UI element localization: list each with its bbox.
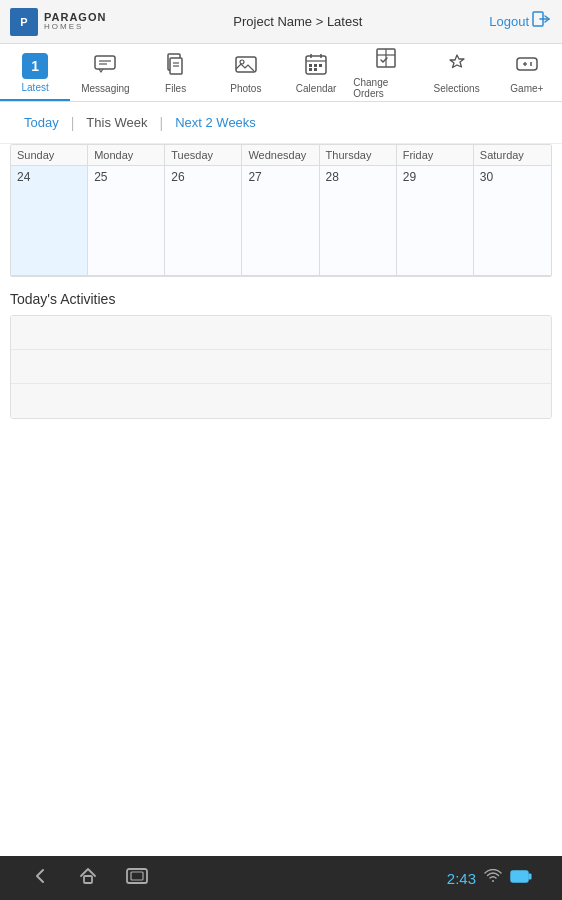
- nav-tabs: 1 Latest Messaging Files: [0, 44, 562, 102]
- cal-header-wed: Wednesday: [242, 145, 319, 166]
- tab-messaging[interactable]: Messaging: [70, 44, 140, 101]
- svg-rect-32: [131, 872, 143, 880]
- calendar-icon: [304, 52, 328, 80]
- tab-calendar-label: Calendar: [296, 83, 337, 94]
- activities-section: Today's Activities: [0, 277, 562, 419]
- logo-sub: HOMES: [44, 23, 106, 32]
- svg-rect-19: [319, 64, 322, 67]
- activities-title: Today's Activities: [10, 291, 552, 307]
- breadcrumb: Project Name > Latest: [106, 14, 489, 29]
- cal-cell-27[interactable]: 27: [242, 166, 319, 276]
- cal-header-fri: Friday: [397, 145, 474, 166]
- battery-icon: [510, 869, 532, 887]
- top-bar: P PARAGON HOMES Project Name > Latest Lo…: [0, 0, 562, 44]
- svg-rect-34: [529, 874, 532, 880]
- svg-rect-17: [309, 64, 312, 67]
- tab-latest-label: Latest: [22, 82, 49, 93]
- tab-selections-label: Selections: [434, 83, 480, 94]
- tab-photos-label: Photos: [230, 83, 261, 94]
- svg-point-29: [530, 64, 532, 66]
- tab-files[interactable]: Files: [141, 44, 211, 101]
- tab-photos[interactable]: Photos: [211, 44, 281, 101]
- cal-cell-26[interactable]: 26: [165, 166, 242, 276]
- wifi-icon: [484, 869, 502, 887]
- svg-rect-20: [309, 68, 312, 71]
- svg-rect-21: [314, 68, 317, 71]
- back-button[interactable]: [30, 866, 50, 890]
- calendar-container: Sunday Monday Tuesday Wednesday Thursday…: [0, 144, 562, 277]
- files-icon: [164, 52, 188, 80]
- logout-label: Logout: [489, 14, 529, 29]
- activities-list: [10, 315, 552, 419]
- photos-icon: [234, 52, 258, 80]
- today-button[interactable]: Today: [12, 110, 71, 135]
- svg-text:P: P: [20, 16, 27, 28]
- svg-rect-33: [511, 871, 528, 882]
- logo-text: PARAGON HOMES: [44, 11, 106, 32]
- time-display: 2:43: [447, 870, 476, 887]
- change-orders-icon: [374, 46, 398, 74]
- cal-cell-24[interactable]: 24: [11, 166, 88, 276]
- status-area: 2:43: [447, 869, 532, 887]
- activity-row-1[interactable]: [11, 316, 551, 350]
- svg-point-12: [240, 60, 244, 64]
- cal-cell-28[interactable]: 28: [320, 166, 397, 276]
- cal-header-tue: Tuesday: [165, 145, 242, 166]
- tab-messaging-label: Messaging: [81, 83, 129, 94]
- logout-icon: [532, 9, 552, 34]
- calendar-body: 24 25 26 27 28 29 30: [11, 166, 551, 276]
- latest-badge: 1: [22, 53, 48, 79]
- tab-game-label: Game+: [510, 83, 543, 94]
- svg-rect-18: [314, 64, 317, 67]
- home-button[interactable]: [78, 866, 98, 890]
- svg-rect-30: [84, 876, 92, 883]
- calendar-header: Sunday Monday Tuesday Wednesday Thursday…: [11, 145, 551, 166]
- cal-cell-29[interactable]: 29: [397, 166, 474, 276]
- svg-rect-31: [127, 869, 147, 883]
- tab-files-label: Files: [165, 83, 186, 94]
- cal-cell-30[interactable]: 30: [474, 166, 551, 276]
- tab-calendar[interactable]: Calendar: [281, 44, 351, 101]
- tab-latest[interactable]: 1 Latest: [0, 44, 70, 101]
- tab-selections[interactable]: Selections: [422, 44, 492, 101]
- cal-cell-25[interactable]: 25: [88, 166, 165, 276]
- game-icon: [515, 52, 539, 80]
- selections-icon: [445, 52, 469, 80]
- this-week-button[interactable]: This Week: [74, 110, 159, 135]
- calendar-grid: Sunday Monday Tuesday Wednesday Thursday…: [10, 144, 552, 277]
- svg-rect-4: [95, 56, 115, 69]
- logout-button[interactable]: Logout: [489, 9, 552, 34]
- tab-game[interactable]: Game+: [492, 44, 562, 101]
- messaging-icon: [93, 52, 117, 80]
- nav-buttons: [30, 866, 148, 890]
- logo-icon: P: [10, 8, 38, 36]
- cal-header-mon: Monday: [88, 145, 165, 166]
- cal-header-sun: Sunday: [11, 145, 88, 166]
- view-switcher: Today | This Week | Next 2 Weeks: [0, 102, 562, 144]
- cal-header-thu: Thursday: [320, 145, 397, 166]
- tab-change-orders-label: Change Orders: [353, 77, 419, 99]
- activity-row-3[interactable]: [11, 384, 551, 418]
- bottom-bar: 2:43: [0, 856, 562, 900]
- cal-header-sat: Saturday: [474, 145, 551, 166]
- activity-row-2[interactable]: [11, 350, 551, 384]
- tab-change-orders[interactable]: Change Orders: [351, 44, 421, 101]
- logo-area: P PARAGON HOMES: [10, 8, 106, 36]
- next-2-weeks-button[interactable]: Next 2 Weeks: [163, 110, 268, 135]
- svg-point-28: [530, 62, 532, 64]
- recents-button[interactable]: [126, 868, 148, 888]
